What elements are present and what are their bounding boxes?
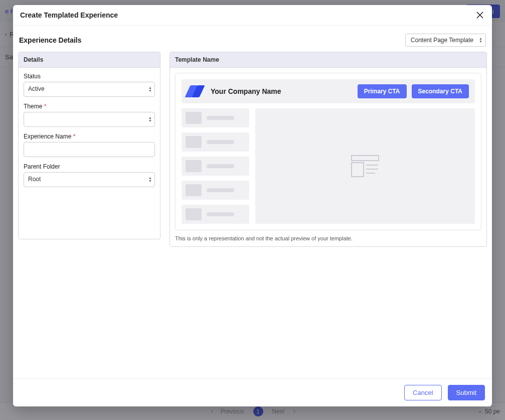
preview-header: Your Company Name Primary CTA Secondary … bbox=[182, 79, 475, 103]
modal-footer: Cancel Submit bbox=[13, 378, 492, 406]
details-panel-header: Details bbox=[19, 52, 160, 68]
list-item bbox=[182, 205, 249, 224]
preview-body bbox=[182, 108, 475, 224]
experience-name-label: Experience Name * bbox=[24, 133, 155, 140]
list-item bbox=[182, 181, 249, 200]
select-chevrons-icon: ▲▼ bbox=[479, 37, 482, 43]
status-value: Active bbox=[28, 85, 45, 92]
primary-cta-button: Primary CTA bbox=[358, 84, 407, 98]
modal-overlay: Create Templated Experience Experience D… bbox=[0, 0, 505, 420]
section-header: Experience Details Content Page Template… bbox=[18, 31, 487, 52]
create-templated-experience-modal: Create Templated Experience Experience D… bbox=[13, 5, 492, 406]
template-type-select[interactable]: Content Page Template ▲▼ bbox=[405, 34, 486, 47]
details-panel: Details Status Active ▲▼ bbox=[18, 52, 160, 239]
preview-list bbox=[182, 108, 249, 224]
preview-disclaimer: This is only a representation and not th… bbox=[175, 235, 481, 241]
svg-rect-3 bbox=[352, 163, 364, 177]
section-title: Experience Details bbox=[19, 36, 82, 44]
template-panel-header: Template Name bbox=[170, 52, 486, 68]
secondary-cta-button: Secondary CTA bbox=[412, 84, 469, 98]
close-button[interactable] bbox=[475, 10, 485, 20]
submit-button[interactable]: Submit bbox=[448, 385, 485, 400]
cancel-button[interactable]: Cancel bbox=[404, 385, 441, 400]
status-label: Status bbox=[24, 73, 155, 80]
list-item bbox=[182, 132, 249, 152]
list-item bbox=[182, 157, 249, 176]
template-preview-panel: Template Name Your Company Name Primar bbox=[170, 52, 487, 247]
theme-label: Theme * bbox=[24, 103, 155, 110]
wireframe-placeholder-icon bbox=[351, 155, 379, 177]
status-select[interactable]: Active bbox=[24, 82, 155, 97]
experience-name-input[interactable] bbox=[24, 142, 155, 157]
parent-folder-label: Parent Folder bbox=[24, 163, 155, 170]
modal-body: Experience Details Content Page Template… bbox=[13, 26, 492, 378]
svg-rect-2 bbox=[352, 156, 379, 161]
parent-folder-select[interactable]: Root bbox=[24, 172, 155, 187]
modal-header: Create Templated Experience bbox=[13, 5, 492, 26]
template-preview-card: Your Company Name Primary CTA Secondary … bbox=[175, 73, 481, 230]
close-icon bbox=[476, 12, 483, 19]
modal-title: Create Templated Experience bbox=[20, 11, 118, 19]
parent-folder-value: Root bbox=[28, 176, 41, 183]
list-item bbox=[182, 108, 249, 127]
logo-icon bbox=[188, 85, 204, 97]
theme-select[interactable] bbox=[24, 112, 155, 127]
template-type-value: Content Page Template bbox=[411, 37, 473, 44]
preview-main-area bbox=[255, 108, 475, 224]
company-name: Your Company Name bbox=[211, 87, 281, 95]
